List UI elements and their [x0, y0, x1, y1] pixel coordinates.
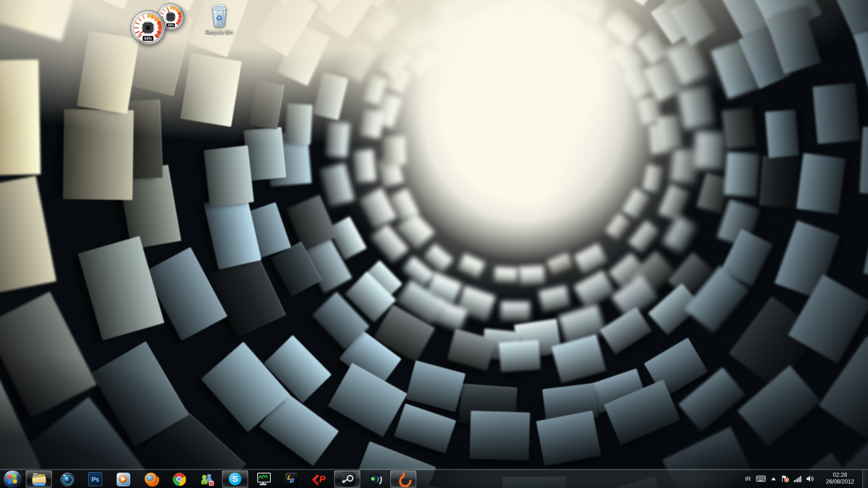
wallpaper-tile — [605, 212, 631, 240]
hardware-monitor-icon — [255, 471, 271, 487]
skype-icon: S — [227, 471, 243, 487]
language-indicator[interactable]: IR — [745, 475, 751, 482]
wallpaper-tile — [600, 307, 652, 355]
start-button-icon[interactable] — [3, 470, 21, 488]
recycle-bin-icon[interactable]: ♻ Recycle Bin — [199, 2, 239, 35]
wallpaper-tile — [63, 109, 134, 200]
dark-utility-app-icon: L B — [283, 471, 299, 487]
tray-date: 26/08/2012 — [820, 479, 860, 485]
wallpaper-tile — [656, 115, 683, 150]
taskbar-item-firefox[interactable] — [138, 470, 164, 488]
svg-text:♻: ♻ — [216, 14, 222, 23]
wallpaper-tile — [574, 270, 615, 309]
tray-time: 02:28 — [820, 472, 860, 479]
taskbar: Ps S L B P IR — [0, 469, 868, 488]
wallpaper-tile — [813, 83, 860, 144]
wallpaper-tile — [500, 301, 530, 320]
wallpaper-tile — [328, 363, 407, 437]
show-desktop-button[interactable] — [862, 469, 868, 488]
wallpaper-tile — [180, 53, 242, 127]
wallpaper-tile — [538, 285, 570, 312]
wallpaper-tile — [765, 109, 799, 158]
wallpaper-tile — [529, 0, 557, 16]
taskbar-item-origin[interactable] — [390, 470, 416, 488]
chrome-icon — [171, 471, 187, 487]
lens-media-app-icon — [59, 471, 75, 487]
taskbar-item-lens-media-app[interactable] — [54, 470, 80, 488]
wallpaper-tile — [854, 24, 868, 100]
teamspeak-icon — [368, 471, 383, 487]
wallpaper-tile — [0, 291, 97, 418]
wallpaper-tile — [518, 265, 545, 285]
wallpaper-tile — [628, 220, 660, 253]
live-messenger-icon — [199, 471, 215, 487]
taskbar-item-hardware-monitor[interactable] — [250, 470, 276, 488]
wallpaper-tile — [469, 411, 530, 460]
cpu-meter-gadget[interactable]: 43% 03% — [130, 0, 202, 51]
action-center-flag-icon[interactable] — [781, 475, 789, 483]
taskbar-item-chrome[interactable] — [166, 470, 192, 488]
wallpaper-tile — [678, 86, 715, 130]
wallpaper-tile — [859, 127, 868, 196]
svg-text:03%: 03% — [144, 36, 152, 41]
wallpaper-tile — [406, 361, 466, 412]
system-tray: IR 02:28 26/08/2012 — [745, 469, 868, 488]
taskbar-item-kmplayer[interactable]: P — [306, 470, 332, 488]
recycle-bin-label: Recycle Bin — [199, 29, 239, 35]
wallpaper-tile — [458, 253, 486, 278]
wallpaper-tile — [622, 188, 650, 219]
windows-media-player-icon — [115, 471, 131, 487]
volume-icon[interactable] — [806, 475, 814, 482]
taskbar-items: Ps S L B P — [26, 469, 418, 488]
keyboard-icon[interactable] — [756, 475, 766, 482]
wallpaper-tile — [249, 80, 284, 130]
taskbar-item-windows-media-player[interactable] — [110, 470, 136, 488]
kmplayer-icon: P — [311, 471, 327, 487]
wallpaper-tile — [737, 365, 821, 447]
wallpaper-tile — [78, 236, 165, 341]
wallpaper-tile — [313, 72, 349, 120]
recycle-bin-glyph: ♻ — [207, 2, 231, 28]
wallpaper-tile — [694, 131, 726, 169]
photoshop-icon: Ps — [87, 471, 103, 487]
wallpaper-tile — [285, 103, 313, 144]
wallpaper-tile — [658, 184, 690, 221]
firefox-icon — [143, 471, 159, 487]
wallpaper-tile — [547, 253, 573, 276]
network-signal-icon[interactable] — [794, 475, 802, 482]
wallpaper-tile — [863, 192, 868, 285]
wallpaper-tile — [0, 0, 93, 41]
taskbar-item-steam[interactable] — [334, 470, 360, 488]
wallpaper-tile — [359, 188, 397, 229]
origin-icon — [396, 471, 411, 487]
taskbar-item-skype[interactable]: S — [222, 470, 248, 488]
wallpaper-tile — [491, 3, 517, 22]
wallpaper-tile — [722, 108, 756, 149]
taskbar-item-live-messenger[interactable] — [194, 470, 220, 488]
cpu-gauge: 03% — [130, 9, 166, 46]
tray-clock[interactable]: 02:28 26/08/2012 — [820, 472, 860, 485]
wallpaper-tile — [464, 9, 495, 36]
taskbar-item-teamspeak[interactable] — [362, 470, 388, 488]
wallpaper-tile — [359, 108, 385, 139]
wallpaper-tile — [510, 0, 539, 1]
show-hidden-icons-chevron-icon[interactable] — [771, 477, 776, 480]
wallpaper-tile — [353, 150, 376, 183]
svg-text:43%: 43% — [168, 23, 174, 27]
start-orb-gloss — [6, 471, 19, 477]
wallpaper-tile — [796, 153, 846, 214]
taskbar-item-photoshop[interactable]: Ps — [82, 470, 108, 488]
wallpaper-tile — [0, 176, 56, 297]
steam-icon — [340, 471, 355, 487]
taskbar-item-windows-explorer[interactable] — [26, 470, 52, 488]
wallpaper-tile — [394, 404, 456, 454]
wallpaper-tile — [326, 122, 350, 158]
wallpaper-tile — [494, 267, 518, 283]
wallpaper-tile — [606, 0, 660, 6]
wallpaper-tile — [320, 163, 354, 206]
wallpaper-tile — [760, 156, 799, 208]
taskbar-item-dark-utility-app[interactable]: L B — [278, 470, 304, 488]
recycle-bin-art: ♻ — [199, 2, 239, 30]
windows-explorer-icon — [31, 471, 47, 487]
wallpaper-tile — [642, 164, 663, 192]
